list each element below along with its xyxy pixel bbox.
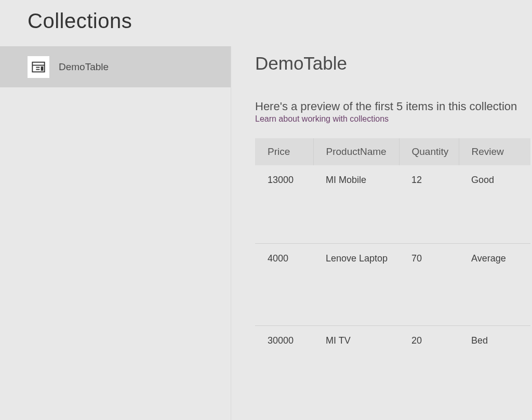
cell-quantity: 70 [399, 243, 459, 325]
cell-productname: MI Mobile [313, 165, 399, 243]
page-header: Collections [0, 0, 532, 46]
cell-productname: MI TV [313, 325, 399, 408]
column-header-productname[interactable]: ProductName [313, 138, 399, 165]
column-header-review[interactable]: Review [459, 138, 530, 165]
cell-price: 30000 [255, 325, 313, 408]
svg-rect-4 [41, 66, 44, 70]
cell-review: Good [459, 165, 530, 243]
preview-table-wrap: Price ProductName Quantity Review 13000 … [255, 138, 530, 408]
table-row[interactable]: 4000 Lenove Laptop 70 Average [255, 243, 530, 325]
column-header-quantity[interactable]: Quantity [399, 138, 459, 165]
table-row[interactable]: 13000 MI Mobile 12 Good [255, 165, 530, 243]
collections-sidebar: DemoTable [0, 46, 231, 420]
table-icon [28, 56, 49, 78]
sidebar-item-demotable[interactable]: DemoTable [0, 46, 231, 87]
table-row[interactable]: 30000 MI TV 20 Bed [255, 325, 530, 408]
cell-productname: Lenove Laptop [313, 243, 399, 325]
body: DemoTable DemoTable Here's a preview of … [0, 46, 532, 420]
cell-quantity: 20 [399, 325, 459, 408]
sidebar-item-label: DemoTable [59, 61, 109, 73]
page-title: Collections [28, 9, 532, 33]
preview-description: Here's a preview of the first 5 items in… [255, 100, 532, 113]
cell-price: 13000 [255, 165, 313, 243]
cell-review: Bed [459, 325, 530, 408]
collection-title: DemoTable [255, 53, 532, 74]
cell-review: Average [459, 243, 530, 325]
column-header-price[interactable]: Price [255, 138, 313, 165]
collections-page: Collections DemoTable DemoTable Here [0, 0, 532, 420]
preview-table: Price ProductName Quantity Review 13000 … [255, 138, 530, 408]
cell-price: 4000 [255, 243, 313, 325]
table-header-row: Price ProductName Quantity Review [255, 138, 530, 165]
main-panel: DemoTable Here's a preview of the first … [231, 46, 532, 420]
cell-quantity: 12 [399, 165, 459, 243]
learn-collections-link[interactable]: Learn about working with collections [255, 114, 389, 124]
